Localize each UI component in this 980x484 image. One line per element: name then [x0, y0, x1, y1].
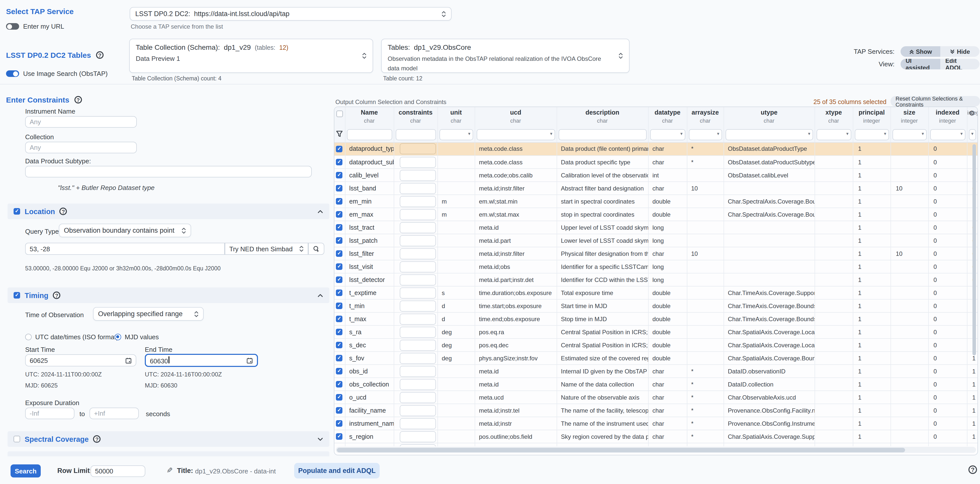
row-checkbox[interactable] — [336, 250, 342, 257]
row-checkbox[interactable] — [336, 433, 342, 440]
row-constraint-input[interactable] — [399, 313, 436, 324]
row-constraint-input[interactable] — [399, 235, 436, 246]
column-header[interactable]: Name char — [345, 107, 394, 127]
column-filter-input[interactable]: ▾ — [816, 129, 851, 140]
subtype-input[interactable] — [25, 166, 312, 178]
ui-assisted-button[interactable]: UI assisted — [900, 59, 940, 69]
table-row[interactable]: lsst_visit meta.id;obs Identifier for a … — [334, 260, 977, 273]
vertical-scrollbar[interactable] — [972, 144, 976, 355]
resolver-select[interactable]: Try NED then Simbad — [225, 243, 308, 255]
row-constraint-input[interactable] — [399, 431, 436, 442]
table-row[interactable]: dataproduct_subtype meta.code.class Data… — [334, 156, 977, 169]
table-row[interactable]: lsst_detector meta.id.part;instr.det Ide… — [334, 273, 977, 286]
row-constraint-input[interactable] — [399, 366, 436, 377]
column-header[interactable]: datatype char — [648, 107, 687, 127]
column-filter-input[interactable]: ▾ — [854, 129, 889, 140]
obstap-toggle[interactable] — [6, 70, 19, 77]
column-filter-input[interactable]: ▾ — [689, 129, 722, 140]
tables-select[interactable]: Tables: dp1_v29.ObsCore Observation meta… — [381, 39, 630, 73]
chevron-up-icon[interactable] — [317, 209, 323, 213]
instrument-name-input[interactable]: Any — [25, 116, 137, 128]
row-checkbox[interactable] — [336, 237, 342, 244]
column-filter-input[interactable]: ▾ — [969, 129, 976, 140]
timing-help-icon[interactable]: ? — [53, 292, 60, 299]
row-checkbox[interactable] — [336, 303, 342, 309]
table-row[interactable]: calib_level meta.code;obs.calib Calibrat… — [334, 169, 977, 182]
column-filter-input[interactable]: ▾ — [725, 129, 813, 140]
coords-input[interactable]: 53, -28 — [25, 243, 225, 255]
mjd-radio[interactable] — [115, 334, 121, 340]
row-checkbox[interactable] — [336, 355, 342, 361]
table-settings-gear-icon[interactable]: ⚙ — [969, 109, 975, 117]
row-checkbox[interactable] — [336, 381, 342, 387]
row-checkbox[interactable] — [336, 198, 342, 205]
row-constraint-input[interactable] — [399, 352, 436, 363]
column-filter-input[interactable] — [558, 129, 646, 140]
row-constraint-input[interactable] — [399, 157, 436, 168]
row-constraint-input[interactable] — [399, 183, 436, 194]
hide-button[interactable]: Hide — [940, 46, 980, 57]
table-row[interactable]: dataproduct_type meta.code.class Data pr… — [334, 143, 977, 156]
timing-section-header[interactable]: Timing ? — [8, 287, 329, 303]
table-row[interactable]: s_ra deg pos.eq.ra Central Spatial Posit… — [334, 325, 977, 338]
location-checkbox[interactable] — [14, 208, 20, 214]
column-filter-input[interactable]: ▾ — [892, 129, 926, 140]
column-filter-input[interactable]: ▾ — [930, 129, 965, 140]
row-checkbox[interactable] — [336, 316, 342, 322]
row-checkbox[interactable] — [336, 342, 342, 348]
select-all-checkbox[interactable] — [336, 111, 343, 117]
table-row[interactable]: t_min d time.start;obs.exposure Start ti… — [334, 299, 977, 313]
table-row[interactable]: lsst_tract meta.id Upper level of LSST c… — [334, 221, 977, 234]
table-row[interactable]: em_min m em.wl;stat.min start in spectra… — [334, 195, 977, 208]
table-row[interactable]: facility_name meta.id;instr.tel The name… — [334, 404, 977, 417]
table-row[interactable]: t_max d time.end;obs.exposure Stop time … — [334, 313, 977, 325]
row-checkbox[interactable] — [336, 276, 342, 283]
time-of-observation-select[interactable]: Overlapping specified range — [93, 307, 204, 321]
search-button[interactable]: Search — [11, 464, 41, 478]
column-header[interactable]: xtype char — [815, 107, 853, 127]
collection-input[interactable]: Any — [25, 142, 137, 153]
row-checkbox[interactable] — [336, 368, 342, 375]
tables-help-icon[interactable]: ? — [96, 51, 103, 59]
row-constraint-input[interactable] — [399, 392, 436, 403]
table-row[interactable]: obs_collection meta.id Name of the data … — [334, 378, 977, 391]
table-row[interactable]: lsst_patch meta.id.part Lower level of L… — [334, 234, 977, 247]
row-constraint-input[interactable] — [399, 300, 436, 311]
table-row[interactable]: o_ucd meta.ucd Nature of the observable … — [334, 391, 977, 404]
row-checkbox[interactable] — [336, 185, 342, 192]
row-constraint-input[interactable] — [399, 143, 436, 154]
exposure-min-input[interactable]: -Inf — [25, 408, 75, 419]
row-constraint-input[interactable] — [399, 222, 436, 233]
end-time-input[interactable]: 60630 — [145, 354, 258, 367]
row-checkbox[interactable] — [336, 420, 342, 427]
row-constraint-input[interactable] — [399, 170, 436, 181]
edit-adql-button[interactable]: Edit ADQL — [940, 59, 980, 69]
table-row[interactable]: lsst_band meta.id;instr.filter Abstract … — [334, 182, 977, 195]
timing-checkbox[interactable] — [14, 292, 20, 298]
row-checkbox[interactable] — [336, 211, 342, 217]
show-button[interactable]: Show — [900, 46, 940, 57]
column-header[interactable]: unit char — [438, 107, 475, 127]
table-row[interactable]: s_dec deg pos.eq.dec Central Spatial Pos… — [334, 338, 977, 352]
location-section-header[interactable]: Location ? — [8, 203, 329, 219]
row-checkbox[interactable] — [336, 407, 342, 414]
column-filter-input[interactable] — [396, 129, 436, 140]
table-row[interactable]: s_region pos.outline;obs.field Sky regio… — [334, 430, 977, 443]
column-header[interactable]: description char — [557, 107, 648, 127]
rows-viewport[interactable]: dataproduct_type meta.code.class Data pr… — [334, 143, 977, 446]
row-checkbox[interactable] — [336, 263, 342, 270]
schema-select[interactable]: Table Collection (Schema): dp1_v29 (tabl… — [129, 39, 373, 73]
row-constraint-input[interactable] — [399, 287, 436, 298]
row-constraint-input[interactable] — [399, 327, 436, 338]
row-checkbox[interactable] — [336, 224, 342, 231]
row-constraint-input[interactable] — [399, 274, 436, 285]
row-constraint-input[interactable] — [399, 196, 436, 207]
utc-radio[interactable] — [25, 334, 32, 340]
chevron-up-icon[interactable] — [317, 293, 323, 297]
row-checkbox[interactable] — [336, 146, 342, 152]
column-header[interactable]: size integer — [891, 107, 928, 127]
pencil-icon[interactable]: ✎ — [166, 466, 173, 475]
spectral-section-header[interactable]: Spectral Coverage ? — [8, 431, 329, 447]
column-header[interactable]: indexed integer — [928, 107, 967, 127]
calendar-icon[interactable] — [247, 357, 253, 363]
